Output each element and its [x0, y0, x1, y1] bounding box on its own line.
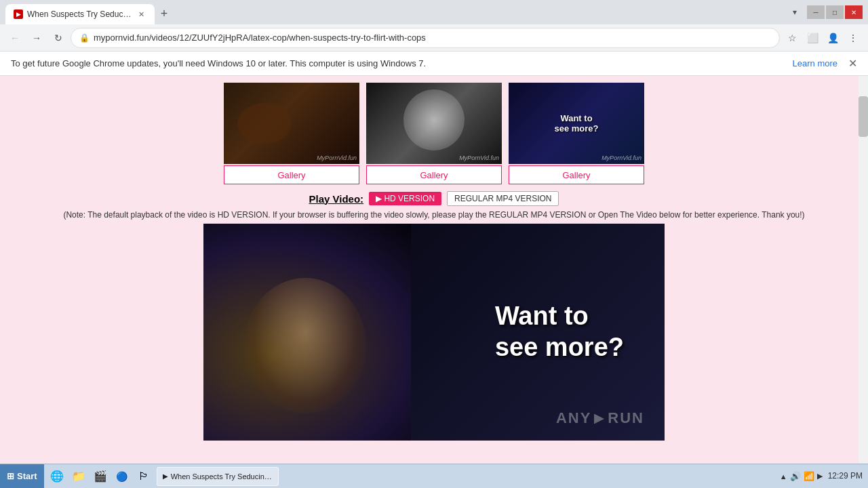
- tray-speaker-icon[interactable]: 🔊: [790, 471, 801, 481]
- address-bar[interactable]: 🔒 mypornvid.fun/videos/12/ZUUfY2jHpRA/la…: [71, 28, 780, 48]
- scrollbar-thumb[interactable]: [859, 96, 868, 137]
- play-label: Play Video:: [309, 193, 364, 205]
- browser-tab[interactable]: ▶ When Suspects Try Seducing Police ✕: [5, 4, 155, 24]
- gallery-item-3: Want tosee more? MyPornVid.fun Gallery: [509, 83, 644, 184]
- banner-actions: Learn more ✕: [793, 57, 857, 70]
- gallery-thumb-3: Want tosee more? MyPornVid.fun: [509, 83, 644, 164]
- system-clock[interactable]: 12:29 PM: [828, 471, 863, 482]
- titlebar: ▶ When Suspects Try Seducing Police ✕ + …: [0, 0, 868, 24]
- window-controls: ─ □ ✕: [807, 5, 863, 19]
- gallery-row: MyPornVid.fun Gallery MyPornVid.fun Gall…: [224, 76, 644, 187]
- gallery-button-3[interactable]: Gallery: [509, 165, 644, 184]
- tray-network-icon[interactable]: 📶: [804, 471, 814, 481]
- banner-text: To get future Google Chrome updates, you…: [11, 58, 426, 68]
- note-text: (Note: The default playback of the video…: [63, 209, 804, 221]
- tab-close-button[interactable]: ✕: [136, 9, 146, 20]
- gallery-button-1[interactable]: Gallery: [224, 165, 359, 184]
- hd-version-button[interactable]: ▶ HD VERSION: [369, 192, 441, 205]
- maximize-button[interactable]: □: [826, 5, 844, 19]
- lock-icon: 🔒: [79, 33, 90, 43]
- forward-button[interactable]: →: [27, 28, 46, 47]
- tray-arrow-icon[interactable]: ▲: [780, 472, 787, 481]
- tab-favicon: ▶: [14, 9, 23, 19]
- url-text: mypornvid.fun/videos/12/ZUUfY2jHpRA/late…: [94, 33, 771, 43]
- taskbar-chrome-icon[interactable]: 🔵: [112, 466, 132, 487]
- learn-more-link[interactable]: Learn more: [793, 58, 837, 68]
- banner-close-button[interactable]: ✕: [848, 57, 857, 70]
- back-button[interactable]: ←: [5, 28, 24, 47]
- omnibar: ← → ↻ 🔒 mypornvid.fun/videos/12/ZUUfY2jH…: [0, 24, 868, 52]
- scrollbar[interactable]: [859, 76, 868, 464]
- reload-button[interactable]: ↻: [49, 28, 68, 47]
- taskbar-ie-icon[interactable]: 🌐: [47, 466, 67, 487]
- update-banner: To get future Google Chrome updates, you…: [0, 52, 868, 76]
- menu-button[interactable]: ⋮: [844, 28, 863, 47]
- omnibar-actions: ☆ ⬜ 👤 ⋮: [783, 28, 863, 47]
- start-icon: ⊞: [7, 471, 14, 481]
- close-button[interactable]: ✕: [845, 5, 863, 19]
- gallery-item-2: MyPornVid.fun Gallery: [366, 83, 502, 184]
- taskbar-ie2-icon[interactable]: 🏳: [134, 466, 154, 487]
- thumb-watermark-1: MyPornVid.fun: [317, 155, 357, 161]
- start-label: Start: [17, 471, 37, 481]
- taskbar: ⊞ Start 🌐 📁 🎬 🔵 🏳 ▶ When Suspects Try Se…: [0, 464, 868, 488]
- taskbar-right: ▲ 🔊 📶 ▶ 12:29 PM: [780, 471, 868, 482]
- tray-icons: ▲ 🔊 📶 ▶: [780, 471, 823, 481]
- new-tab-button[interactable]: +: [155, 4, 174, 23]
- bookmark-button[interactable]: ☆: [783, 28, 802, 47]
- profile-button[interactable]: 👤: [823, 28, 842, 47]
- gallery-thumb-2: MyPornVid.fun: [366, 83, 502, 164]
- tab-bar: ▶ When Suspects Try Seducing Police ✕ +: [5, 0, 785, 24]
- play-section: Play Video: ▶ HD VERSION REGULAR MP4 VER…: [309, 191, 559, 206]
- minimize-button[interactable]: ─: [807, 5, 825, 19]
- page-content: MyPornVid.fun Gallery MyPornVid.fun Gall…: [0, 76, 868, 464]
- thumb-overlay-text: Want tosee more?: [554, 113, 598, 134]
- mp4-version-button[interactable]: REGULAR MP4 VERSION: [447, 191, 559, 206]
- cast-button[interactable]: ⬜: [803, 28, 822, 47]
- active-task-icon: ▶: [163, 472, 168, 480]
- tab-title: When Suspects Try Seducing Police: [27, 9, 132, 19]
- active-task[interactable]: ▶ When Suspects Try Seducing Police: [157, 467, 279, 486]
- gallery-button-2[interactable]: Gallery: [366, 165, 502, 184]
- taskbar-media-icon[interactable]: 🎬: [90, 466, 111, 487]
- start-button[interactable]: ⊞ Start: [0, 464, 44, 489]
- active-task-title: When Suspects Try Seducing Police: [171, 472, 273, 481]
- tray-forward-icon: ▶: [817, 472, 823, 481]
- taskbar-quick-launch: 🌐 📁 🎬 🔵 🏳: [44, 466, 157, 487]
- anyrun-watermark: ANY ▶ RUN: [556, 409, 644, 427]
- thumb-watermark-3: MyPornVid.fun: [601, 155, 642, 161]
- tab-list-button[interactable]: ▾: [788, 4, 802, 20]
- anyrun-play-icon: ▶: [594, 411, 605, 426]
- video-player[interactable]: Want tosee more? ANY ▶ RUN: [203, 224, 665, 441]
- taskbar-explorer-icon[interactable]: 📁: [68, 466, 89, 487]
- clock-time: 12:29 PM: [828, 471, 863, 482]
- gallery-item-1: MyPornVid.fun Gallery: [224, 83, 359, 184]
- gallery-thumb-1: MyPornVid.fun: [224, 83, 359, 164]
- video-overlay-text: Want tosee more?: [495, 301, 624, 363]
- thumb-watermark-2: MyPornVid.fun: [459, 155, 499, 161]
